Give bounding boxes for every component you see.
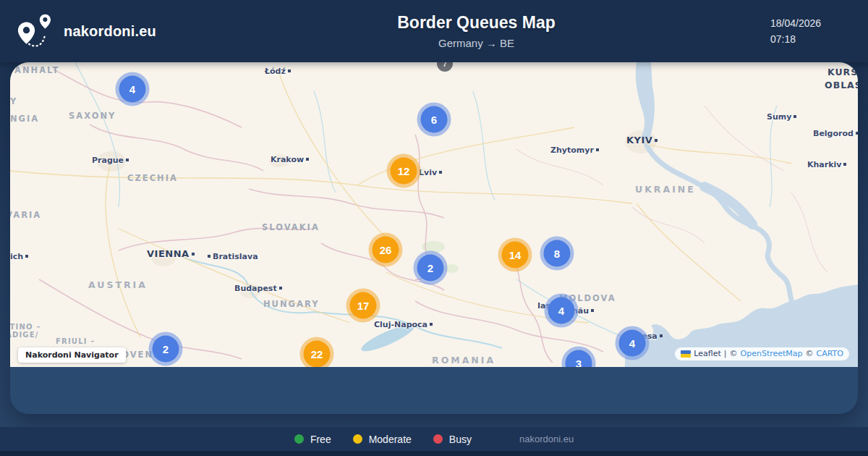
map-label: CZECHIA	[127, 173, 178, 183]
map-label: Budapest	[234, 284, 282, 293]
map-label: AVARIA	[10, 210, 41, 220]
footer-brand: nakordoni.eu	[519, 434, 574, 444]
map-label: HUNGARY	[263, 299, 319, 309]
city-dot-icon	[430, 323, 433, 326]
map-label: ANHALT	[14, 65, 59, 75]
map-label-text: Belgorod	[813, 129, 854, 138]
map-label: UKRAINE	[635, 184, 696, 195]
city-dot-icon	[288, 69, 291, 72]
attribution-separator: |	[724, 349, 727, 358]
carto-link[interactable]: CARTO	[817, 349, 843, 358]
map-label: KYIV	[626, 135, 658, 145]
openstreetmap-link[interactable]: OpenStreetMap	[741, 349, 803, 358]
map-label: Krakow	[271, 155, 309, 164]
city-dot-icon	[25, 255, 28, 258]
title-block: Border Queues Map Germany → BE	[182, 13, 770, 49]
map-label: Belgorod	[813, 129, 858, 138]
map-label: OBLAST	[825, 80, 858, 90]
ukraine-flag-icon	[681, 350, 691, 358]
map-label: Zhytomyr	[550, 145, 599, 155]
map-label-text: HUNGARY	[263, 299, 319, 309]
map-label-text: AVARIA	[10, 210, 41, 220]
city-dot-icon	[655, 139, 658, 142]
header-time: 07:18	[770, 31, 850, 47]
leaflet-link[interactable]: Leaflet	[694, 349, 720, 358]
copyright-symbol: ©	[730, 349, 738, 358]
map-label-text: CZECHIA	[127, 173, 178, 183]
map-label: NTINO –	[10, 323, 41, 331]
map-label: FRIULI –	[56, 337, 95, 345]
map-label: Bratislava	[208, 252, 258, 261]
brand: nakordoni.eu	[0, 13, 182, 49]
legend-item-moderate: Moderate	[353, 434, 412, 445]
queue-marker[interactable]: 4	[548, 297, 575, 324]
map-label-text: SLOVAKIA	[262, 222, 320, 232]
map-label: Cluj-Napoca	[374, 320, 433, 329]
map-label-text: ich	[10, 252, 23, 261]
footer: FreeModerateBusynakordoni.eu	[0, 427, 868, 451]
map-label-text: VIENNA	[147, 248, 190, 259]
map-label-text: NGIA	[10, 114, 39, 124]
queue-marker[interactable]: 6	[421, 106, 448, 133]
page-subtitle: Germany → BE	[182, 37, 770, 49]
map-label: Sumy	[767, 112, 796, 122]
city-dot-icon	[126, 159, 129, 161]
city-dot-icon	[192, 253, 195, 256]
map-label: Lviv	[419, 168, 442, 177]
queue-marker-count: 26	[380, 244, 392, 256]
queue-marker-count: 14	[509, 249, 522, 261]
queue-marker-count: 4	[629, 337, 635, 350]
map-label-text: NTINO –	[10, 323, 41, 331]
map-card: Nakordoni Navigator Leaflet | © OpenStre…	[10, 62, 858, 414]
legend-item-free: Free	[294, 434, 331, 445]
queue-marker[interactable]: 2	[153, 336, 179, 363]
city-dot-icon	[843, 163, 846, 166]
city-dot-icon	[793, 115, 796, 118]
queue-marker[interactable]: 26	[373, 237, 399, 263]
map-label: ich	[10, 252, 28, 261]
map-label: Łódź	[265, 67, 291, 76]
queue-marker[interactable]: 2	[417, 255, 444, 282]
page-title: Border Queues Map	[182, 13, 770, 33]
queue-marker[interactable]: 12	[391, 158, 417, 185]
map-label: NGIA	[10, 114, 39, 124]
map-label-text: Kharkiv	[807, 160, 841, 169]
queue-marker-count: 2	[163, 343, 169, 355]
map-label-text: Cluj-Napoca	[374, 320, 427, 329]
route-pins-icon	[16, 13, 55, 49]
map-label-text: KYIV	[626, 135, 652, 145]
queue-marker-count: 4	[129, 83, 135, 96]
queue-marker-count: 2	[427, 262, 433, 274]
map-label-text: UKRAINE	[635, 184, 696, 195]
map-label-text: ADIGE/	[10, 331, 39, 339]
queue-marker-count: 7	[443, 62, 447, 68]
queue-marker[interactable]: 8	[544, 240, 571, 267]
copyright-symbol: ©	[806, 349, 814, 358]
map-canvas[interactable]: Nakordoni Navigator Leaflet | © OpenStre…	[10, 62, 858, 367]
legend-label: Busy	[449, 434, 472, 445]
queue-marker-count: 8	[554, 248, 560, 260]
legend-dot-icon	[294, 434, 304, 444]
map-label-text: Krakow	[271, 155, 304, 164]
map-label-text: AUSTRIA	[88, 279, 148, 290]
map-label-text: OBLAST	[825, 80, 858, 90]
header-date: 18/04/2026	[770, 15, 850, 31]
queue-marker[interactable]: 22	[304, 341, 331, 368]
map-label-text: FRIULI –	[56, 337, 95, 345]
map-label: VIENNA	[147, 248, 195, 259]
queue-marker[interactable]: 4	[619, 330, 646, 357]
queue-marker[interactable]: 4	[119, 76, 146, 103]
map-label: ADIGE/	[10, 331, 39, 339]
legend-dot-icon	[353, 434, 362, 444]
queue-marker-count: 4	[558, 305, 564, 317]
legend: FreeModerateBusynakordoni.eu	[294, 434, 574, 445]
map-label: KURSK	[827, 67, 858, 77]
map-label: Prague	[92, 156, 129, 165]
map-label: ROMANIA	[432, 355, 495, 366]
queue-marker-count: 6	[431, 114, 437, 126]
queue-marker[interactable]: 14	[502, 242, 529, 269]
map-label: Y	[10, 96, 17, 106]
queue-marker[interactable]: 17	[350, 292, 377, 319]
map-label-text: Prague	[92, 156, 124, 165]
map-label-text: Sumy	[767, 112, 791, 122]
